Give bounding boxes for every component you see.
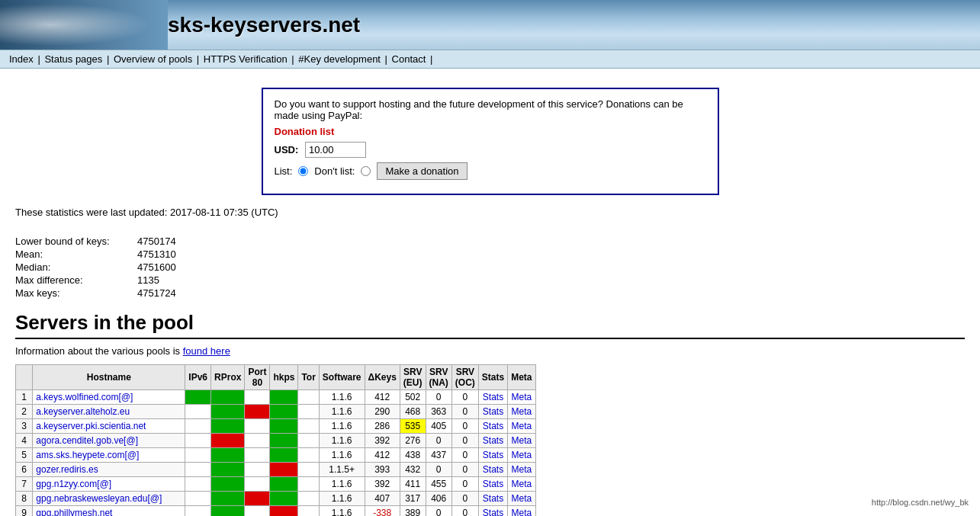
table-row: 9gpg.phillymesh.net 1.1.6-33838900StatsM… (16, 506, 536, 517)
row-delta: 392 (365, 477, 400, 492)
row-hostname[interactable]: a.keyserver.pki.scientia.net (33, 419, 185, 434)
row-meta-link[interactable]: Meta (508, 448, 535, 463)
row-srv-oc: 0 (451, 434, 478, 448)
row-rprox (211, 405, 245, 419)
row-stats-link[interactable]: Stats (478, 405, 507, 419)
row-hkps (270, 434, 298, 448)
stats-row-median: Median: 4751600 (15, 261, 176, 274)
row-hostname[interactable]: gpg.nebraskewesleyan.edu[@] (33, 492, 185, 506)
row-meta-link[interactable]: Meta (508, 419, 535, 434)
statistics-section: These statistics were last updated: 2017… (15, 207, 965, 300)
row-srv-eu: 468 (400, 405, 426, 419)
row-hostname[interactable]: a.keys.wolfined.com[@] (33, 390, 185, 405)
table-row: 3a.keyserver.pki.scientia.net 1.1.628653… (16, 419, 536, 434)
row-srv-oc: 0 (451, 448, 478, 463)
usd-input[interactable] (305, 142, 366, 158)
row-rprox (211, 506, 245, 517)
row-rprox (211, 419, 245, 434)
nav-status[interactable]: Status pages (44, 53, 102, 65)
row-srv-na: 0 (426, 434, 451, 448)
row-hkps (270, 390, 298, 405)
row-number: 3 (16, 419, 33, 434)
col-ipv6: IPv6 (185, 365, 211, 390)
row-stats-link[interactable]: Stats (478, 419, 507, 434)
list-radio[interactable] (298, 166, 308, 176)
row-meta-link[interactable]: Meta (508, 434, 535, 448)
row-hostname[interactable]: ams.sks.heypete.com[@] (33, 448, 185, 463)
row-hkps (270, 506, 298, 517)
row-software: 1.1.6 (319, 434, 365, 448)
row-stats-link[interactable]: Stats (478, 506, 507, 517)
row-tor (298, 434, 319, 448)
stats-label-mean: Mean: (15, 248, 137, 261)
row-srv-eu: 276 (400, 434, 426, 448)
row-tor (298, 463, 319, 477)
row-number: 9 (16, 506, 33, 517)
row-software: 1.1.6 (319, 477, 365, 492)
nav-index[interactable]: Index (9, 53, 34, 65)
stats-label-maxdiff: Max difference: (15, 274, 137, 287)
row-hostname[interactable]: gozer.rediris.es (33, 463, 185, 477)
row-stats-link[interactable]: Stats (478, 492, 507, 506)
table-row: 5ams.sks.heypete.com[@] 1.1.64124384370S… (16, 448, 536, 463)
row-stats-link[interactable]: Stats (478, 463, 507, 477)
row-meta-link[interactable]: Meta (508, 506, 535, 517)
row-software: 1.1.6 (319, 390, 365, 405)
donation-list-link[interactable]: Donation list (275, 126, 335, 137)
row-meta-link[interactable]: Meta (508, 477, 535, 492)
row-hkps (270, 492, 298, 506)
stats-label-median: Median: (15, 261, 137, 274)
row-stats-link[interactable]: Stats (478, 448, 507, 463)
row-meta-link[interactable]: Meta (508, 492, 535, 506)
col-srv-na: SRV(NA) (426, 365, 451, 390)
col-srv-oc: SRV(OC) (451, 365, 478, 390)
donate-button[interactable]: Make a donation (377, 162, 467, 180)
row-srv-oc: 0 (451, 463, 478, 477)
last-updated: These statistics were last updated: 2017… (15, 207, 965, 218)
row-ipv6 (185, 463, 211, 477)
col-num (16, 365, 33, 390)
row-delta: -338 (365, 506, 400, 517)
dont-list-radio[interactable] (361, 166, 371, 176)
pool-link[interactable]: found here (183, 345, 230, 357)
row-hostname[interactable]: gpg.n1zyy.com[@] (33, 477, 185, 492)
row-srv-eu: 432 (400, 463, 426, 477)
row-srv-na: 0 (426, 390, 451, 405)
row-srv-na: 406 (426, 492, 451, 506)
row-port80 (245, 463, 270, 477)
row-srv-oc: 0 (451, 492, 478, 506)
nav-pools[interactable]: Overview of pools (114, 53, 192, 65)
page-header: sks-keyservers.net (0, 0, 980, 50)
row-delta: 407 (365, 492, 400, 506)
row-meta-link[interactable]: Meta (508, 463, 535, 477)
row-delta: 392 (365, 434, 400, 448)
row-stats-link[interactable]: Stats (478, 390, 507, 405)
row-port80 (245, 390, 270, 405)
site-title: sks-keyservers.net (168, 13, 360, 37)
row-stats-link[interactable]: Stats (478, 477, 507, 492)
row-number: 8 (16, 492, 33, 506)
row-meta-link[interactable]: Meta (508, 390, 535, 405)
nav-contact[interactable]: Contact (392, 53, 426, 65)
col-delta: ΔKeys (365, 365, 400, 390)
nav-https[interactable]: HTTPS Verification (204, 53, 288, 65)
row-hostname[interactable]: a.keyserver.alteholz.eu (33, 405, 185, 419)
nav-key-dev[interactable]: #Key development (298, 53, 381, 65)
row-port80 (245, 405, 270, 419)
row-ipv6 (185, 390, 211, 405)
row-meta-link[interactable]: Meta (508, 405, 535, 419)
row-tor (298, 390, 319, 405)
row-rprox (211, 477, 245, 492)
col-tor: Tor (298, 365, 319, 390)
row-tor (298, 405, 319, 419)
row-srv-eu: 535 (400, 419, 426, 434)
row-number: 4 (16, 434, 33, 448)
row-stats-link[interactable]: Stats (478, 434, 507, 448)
row-srv-oc: 0 (451, 419, 478, 434)
row-hostname[interactable]: gpg.phillymesh.net (33, 506, 185, 517)
row-hostname[interactable]: agora.cenditel.gob.ve[@] (33, 434, 185, 448)
stats-value-median: 4751600 (137, 261, 176, 274)
row-number: 7 (16, 477, 33, 492)
table-row: 6gozer.rediris.es 1.1.5+39343200StatsMet… (16, 463, 536, 477)
row-ipv6 (185, 492, 211, 506)
